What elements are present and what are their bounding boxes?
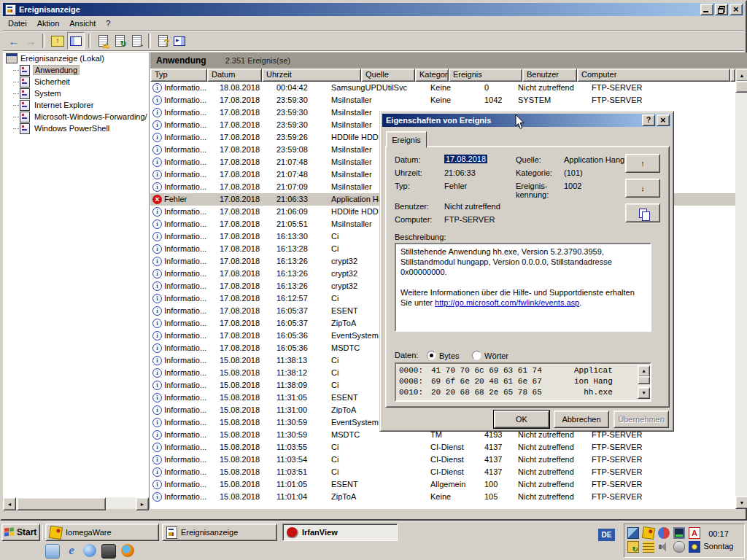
radio-bytes-icon (427, 351, 436, 360)
tray-icon[interactable] (627, 541, 639, 553)
quick-launch-icon[interactable] (101, 544, 116, 559)
start-button[interactable]: Start (1, 524, 40, 541)
event-viewer-icon (166, 526, 177, 539)
quick-launch-icon[interactable] (65, 544, 78, 557)
help-icon[interactable] (155, 33, 171, 49)
restore-button[interactable] (715, 4, 728, 15)
toolbar-separator (42, 34, 45, 48)
window-titlebar[interactable]: Ereignisanzeige (3, 3, 744, 16)
taskbar-button-iomegaware[interactable]: IomegaWare (45, 524, 159, 541)
event-type-icon (152, 430, 162, 440)
scroll-left-icon[interactable] (3, 497, 16, 510)
column-header[interactable]: Ereignis (449, 69, 522, 82)
dialog-titlebar[interactable]: Eigenschaften von Ereignis (382, 114, 671, 127)
tree-root[interactable]: Ereignisanzeige (Lokal) (3, 52, 149, 64)
export-list-icon[interactable] (128, 33, 144, 49)
cancel-button[interactable]: Abbrechen (554, 411, 609, 428)
tray-icon[interactable] (673, 527, 685, 539)
window-title: Ereignisanzeige (19, 5, 80, 14)
radio-bytes[interactable]: Bytes (427, 351, 460, 360)
menu-item[interactable]: Datei (3, 18, 32, 29)
console-tree-pane: Ereignisanzeige (Lokal) Anwendung Sicher… (3, 52, 150, 509)
tray-icon[interactable] (627, 527, 639, 539)
tree-connector (13, 93, 19, 94)
scroll-down-icon[interactable] (638, 387, 650, 399)
scrollbar-thumb[interactable] (735, 81, 747, 93)
table-row[interactable]: Informatio... 15.08.2018 11:03:51 Ci CI-… (150, 466, 735, 478)
tree-item[interactable]: Anwendung (3, 64, 149, 76)
tray-icon[interactable] (673, 541, 685, 553)
copy-button[interactable] (625, 203, 660, 222)
column-header[interactable]: Kategorie (415, 69, 449, 82)
up-one-level-icon[interactable] (51, 36, 64, 47)
properties-icon[interactable] (95, 33, 111, 49)
quick-launch-icon[interactable] (45, 544, 60, 559)
minimize-button[interactable] (700, 4, 713, 15)
back-icon[interactable] (6, 33, 22, 49)
table-row[interactable]: Informatio... 17.08.2018 23:59:30 MsiIns… (150, 94, 735, 106)
radio-woerter[interactable]: Wörter (472, 351, 508, 360)
event-type-icon (152, 455, 162, 464)
table-row[interactable]: Informatio... 15.08.2018 11:01:04 ZipToA… (150, 491, 735, 503)
scroll-up-icon[interactable] (735, 69, 747, 82)
refresh-icon[interactable] (112, 33, 128, 49)
quick-launch-icon[interactable] (121, 544, 134, 557)
menu-item[interactable]: ? (101, 18, 115, 29)
column-header[interactable]: Computer (577, 69, 730, 82)
description-box[interactable]: Stillstehende Anwendung hh.exe, Version … (395, 243, 651, 332)
column-header[interactable]: Benutzer (522, 69, 577, 82)
tree-item[interactable]: System (3, 88, 149, 99)
hex-vertical-scrollbar[interactable] (638, 365, 649, 399)
menu-item[interactable]: Ansicht (64, 18, 101, 29)
column-header[interactable]: Typ (150, 69, 207, 82)
tree-horizontal-scrollbar[interactable] (3, 497, 149, 509)
language-indicator[interactable]: DE (598, 529, 615, 541)
next-event-button[interactable]: ↓ (625, 179, 660, 198)
scrollbar-thumb[interactable] (638, 376, 650, 384)
column-header[interactable]: Quelle (361, 69, 415, 82)
table-row[interactable]: Informatio... 18.08.2018 00:04:42 Samsun… (150, 82, 735, 94)
close-button[interactable] (729, 4, 743, 15)
column-header[interactable]: Datum (207, 69, 262, 82)
forward-icon[interactable] (23, 33, 39, 49)
daten-label: Daten: (395, 351, 418, 359)
event-type-icon (152, 405, 162, 415)
taskbar-button-irfanview[interactable]: IrfanView (282, 524, 398, 541)
event-data-hex-box[interactable]: 0000:41 70 70 6c 69 63 61 74Applicat 000… (395, 362, 651, 402)
list-vertical-scrollbar[interactable] (735, 69, 747, 509)
event-properties-dialog: Eigenschaften von Ereignis Ereignis Datu… (379, 111, 674, 432)
quick-launch-icon[interactable] (83, 544, 96, 557)
tree-item[interactable]: Microsoft-Windows-Forwarding/ (3, 111, 149, 122)
show-console-tree-icon[interactable] (67, 32, 85, 50)
show-action-pane-icon[interactable] (171, 33, 187, 49)
tree-item[interactable]: Sicherheit (3, 76, 149, 88)
table-row[interactable]: Informatio... 15.08.2018 11:03:54 Ci CI-… (150, 454, 735, 466)
tab-ereignis[interactable]: Ereignis (386, 131, 427, 148)
scrollbar-thumb[interactable] (17, 497, 106, 510)
scroll-up-icon[interactable] (638, 365, 650, 377)
banner-count: 2.351 Ereignis(se) (225, 56, 290, 65)
menu-item[interactable]: Aktion (32, 18, 65, 29)
support-link[interactable]: http://go.microsoft.com/fwlink/events.as… (435, 298, 579, 307)
event-type-icon (152, 182, 162, 192)
table-row[interactable]: Informatio... 15.08.2018 11:03:55 Ci CI-… (150, 441, 735, 454)
tray-icon[interactable] (643, 541, 654, 553)
column-header[interactable] (730, 69, 735, 82)
tray-icon[interactable] (642, 526, 655, 540)
scroll-right-icon[interactable] (136, 497, 149, 510)
scroll-down-icon[interactable] (735, 496, 747, 509)
tray-icon[interactable] (658, 541, 670, 553)
tray-icon[interactable] (658, 527, 670, 539)
tree-item[interactable]: Windows PowerShell (3, 122, 149, 134)
taskbar-clock[interactable]: 00:17 Sonntag (697, 528, 740, 553)
previous-event-button[interactable]: ↑ (625, 154, 660, 173)
event-viewer-icon (5, 4, 16, 15)
table-row[interactable]: Informatio... 15.08.2018 11:01:05 ESENT … (150, 478, 735, 491)
dialog-close-button[interactable] (657, 114, 670, 126)
taskbar-button-ereignisanzeige[interactable]: Ereignisanzeige (162, 524, 277, 541)
ok-button[interactable]: OK (494, 411, 549, 428)
column-header[interactable]: Uhrzeit (262, 69, 361, 82)
column-header-row: TypDatumUhrzeitQuelleKategorieEreignisBe… (150, 69, 735, 82)
tree-item[interactable]: Internet Explorer (3, 99, 149, 111)
dialog-help-button[interactable] (642, 114, 655, 126)
